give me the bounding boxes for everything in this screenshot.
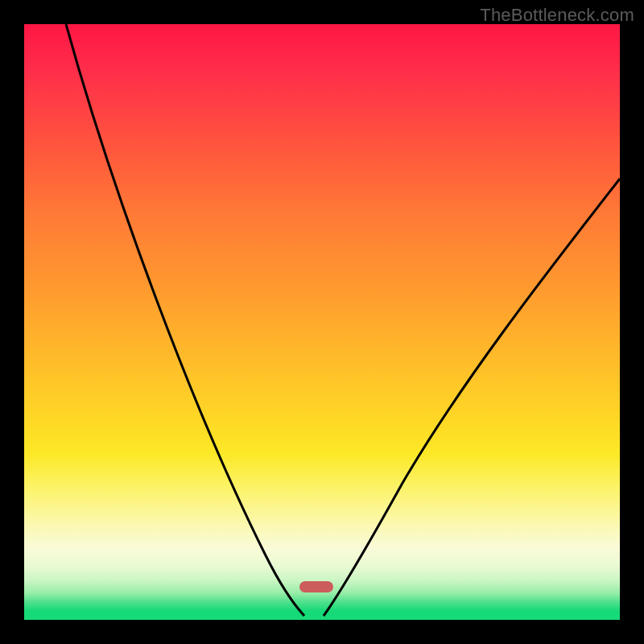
bottleneck-curves <box>24 24 620 620</box>
plot-area <box>24 24 620 620</box>
left-curve <box>66 24 304 616</box>
optimal-marker <box>299 581 333 592</box>
watermark-text: TheBottleneck.com <box>480 5 634 26</box>
right-curve <box>324 179 620 616</box>
